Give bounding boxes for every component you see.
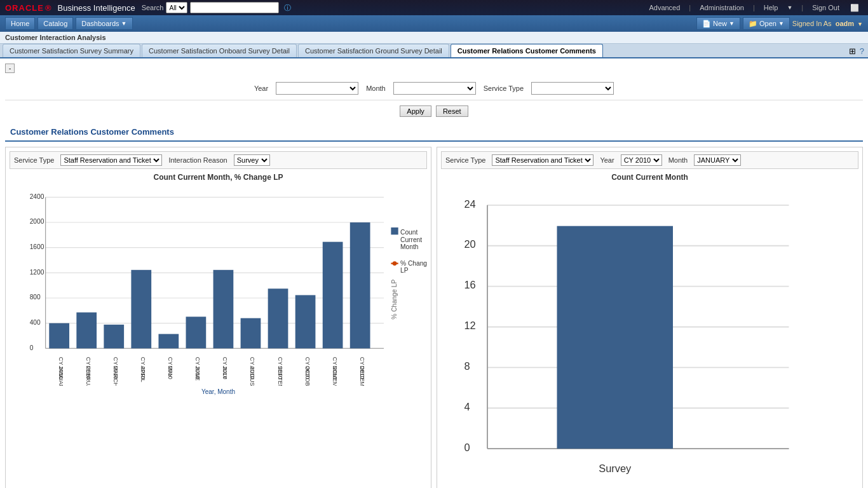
svg-text:2400: 2400 — [30, 193, 44, 200]
service-type-filter-select[interactable] — [531, 82, 614, 95]
svg-text:24: 24 — [465, 198, 476, 210]
bar-sep — [268, 288, 288, 348]
svg-text:LP: LP — [400, 267, 409, 274]
bar-apr — [131, 270, 151, 348]
right-chart-controls: Service Type Staff Reservation and Ticke… — [441, 151, 858, 169]
signout-icon: ⬜ — [846, 3, 863, 13]
open-button[interactable]: 📁 Open ▼ — [743, 17, 790, 30]
catalog-button[interactable]: Catalog — [37, 17, 73, 30]
search-label: Search — [142, 4, 164, 11]
svg-text:400: 400 — [30, 319, 41, 326]
administration-link[interactable]: Administration — [696, 3, 748, 13]
help-circle-icon[interactable]: ? — [860, 46, 864, 56]
svg-text:MAY: MAY — [167, 365, 173, 377]
collapse-button[interactable]: - — [5, 64, 15, 73]
collapse-area: - — [5, 64, 863, 73]
left-service-type-select[interactable]: Staff Reservation and Ticket — [60, 154, 162, 166]
svg-text:16: 16 — [465, 279, 476, 290]
year-filter-select[interactable] — [276, 82, 358, 95]
breadcrumb-text: Customer Interaction Analysis — [5, 34, 106, 41]
svg-text:20: 20 — [465, 238, 476, 250]
top-navigation: ORACLE ® Business Intelligence Search Al… — [0, 0, 868, 15]
svg-point-46 — [393, 261, 397, 266]
right-service-type-select[interactable]: Staff Reservation and Ticket — [492, 154, 593, 166]
bar-jul — [214, 270, 234, 348]
right-month-select[interactable]: JANUARY — [694, 154, 741, 166]
help-link[interactable]: Help — [760, 3, 782, 13]
filter-buttons: Apply Reset — [5, 105, 863, 117]
svg-text:AUGUST: AUGUST — [249, 365, 255, 386]
svg-text:SEPTEMBER: SEPTEMBER — [277, 365, 283, 386]
month-filter-label: Month — [366, 85, 386, 92]
svg-text:DECEMBER: DECEMBER — [359, 365, 365, 386]
svg-text:0: 0 — [30, 344, 34, 351]
tab-customer-relations[interactable]: Customer Relations Customer Comments — [451, 44, 603, 57]
apply-button[interactable]: Apply — [400, 105, 431, 117]
search-area: Search All ⓘ — [142, 2, 294, 13]
svg-text:JUNE: JUNE — [194, 365, 201, 381]
tab-survey-summary[interactable]: Customer Satisfaction Survey Summary — [3, 44, 140, 57]
right-year-label: Year — [600, 156, 614, 164]
top-nav-links: Advanced | Administration | Help ▼ | Sig… — [645, 3, 863, 13]
bar-mar — [104, 325, 124, 348]
tab-onboard-survey[interactable]: Customer Satisfaction Onboard Survey Det… — [142, 44, 297, 57]
search-input[interactable] — [190, 2, 279, 13]
left-chart-title: Count Current Month, % Change LP — [10, 173, 427, 182]
filter-bar: Year Month Service Type — [5, 77, 863, 100]
oracle-logo: ORACLE ® Business Intelligence — [5, 3, 135, 13]
year-filter-label: Year — [254, 85, 268, 92]
advanced-link[interactable]: Advanced — [645, 3, 684, 13]
svg-text:APRIL: APRIL — [140, 365, 146, 382]
svg-text:0: 0 — [465, 442, 470, 453]
svg-text:8: 8 — [465, 360, 470, 372]
bar-jun — [186, 316, 207, 348]
left-chart-svg: 2400 2000 1600 1200 800 400 0 — [10, 184, 427, 386]
second-nav-right: 📄 New ▼ 📁 Open ▼ Signed In As oadm ▼ — [696, 17, 863, 30]
bar-nov — [323, 242, 343, 349]
bar-oct — [295, 295, 316, 348]
right-year-select[interactable]: CY 2010 — [621, 154, 662, 166]
svg-text:MARCH: MARCH — [112, 365, 119, 386]
bar-survey — [557, 226, 674, 449]
tabs-bar: Customer Satisfaction Survey Summary Cus… — [0, 44, 868, 58]
bi-brand: Business Intelligence — [57, 3, 135, 13]
section-title: Customer Relations Customer Comments — [5, 123, 863, 142]
right-chart-title: Count Current Month — [441, 173, 858, 182]
grid-icon[interactable]: ⊞ — [849, 46, 856, 56]
left-interaction-select[interactable]: Survey — [234, 154, 270, 166]
dashboards-button[interactable]: Dashboards▼ — [76, 17, 132, 30]
svg-text:2000: 2000 — [30, 218, 44, 225]
left-chart-svg-container: 2400 2000 1600 1200 800 400 0 — [10, 184, 427, 387]
svg-text:800: 800 — [30, 294, 41, 301]
svg-rect-41 — [391, 227, 398, 234]
svg-text:FEBRUARY: FEBRUARY — [85, 365, 92, 386]
bar-aug — [241, 318, 261, 349]
reset-button[interactable]: Reset — [436, 105, 468, 117]
svg-text:Current: Current — [400, 236, 422, 243]
month-filter-select[interactable] — [393, 82, 476, 95]
signout-link[interactable]: Sign Out — [808, 3, 843, 13]
help-chevron: ▼ — [783, 3, 796, 12]
left-chart-panel: Service Type Staff Reservation and Ticke… — [5, 147, 431, 488]
left-chart-controls: Service Type Staff Reservation and Ticke… — [10, 151, 427, 169]
svg-text:JANUARY: JANUARY — [58, 365, 64, 386]
bar-jan — [49, 323, 69, 349]
username: oadm — [836, 20, 854, 27]
svg-text:OCTOBER: OCTOBER — [304, 365, 311, 386]
oracle-brand: ORACLE — [5, 3, 44, 13]
search-help-icon[interactable]: ⓘ — [284, 3, 291, 13]
new-button[interactable]: 📄 New ▼ — [696, 17, 740, 30]
breadcrumb: Customer Interaction Analysis — [0, 32, 868, 44]
svg-text:1200: 1200 — [30, 269, 44, 276]
svg-text:NOVEMBER: NOVEMBER — [332, 365, 338, 386]
tab-ground-survey[interactable]: Customer Satisfaction Ground Survey Deta… — [298, 44, 449, 57]
second-navigation: Home Catalog Dashboards▼ 📄 New ▼ 📁 Open … — [0, 15, 868, 32]
svg-text:% Change: % Change — [400, 260, 427, 267]
home-button[interactable]: Home — [5, 17, 35, 30]
bar-may — [158, 334, 179, 349]
tab-icons: ⊞ ? — [845, 45, 868, 57]
right-chart-svg-container: 24 20 16 12 8 4 0 — [441, 184, 858, 488]
search-scope-select[interactable]: All — [166, 2, 187, 13]
svg-text:4: 4 — [465, 401, 470, 412]
svg-text:Survey: Survey — [599, 463, 632, 474]
